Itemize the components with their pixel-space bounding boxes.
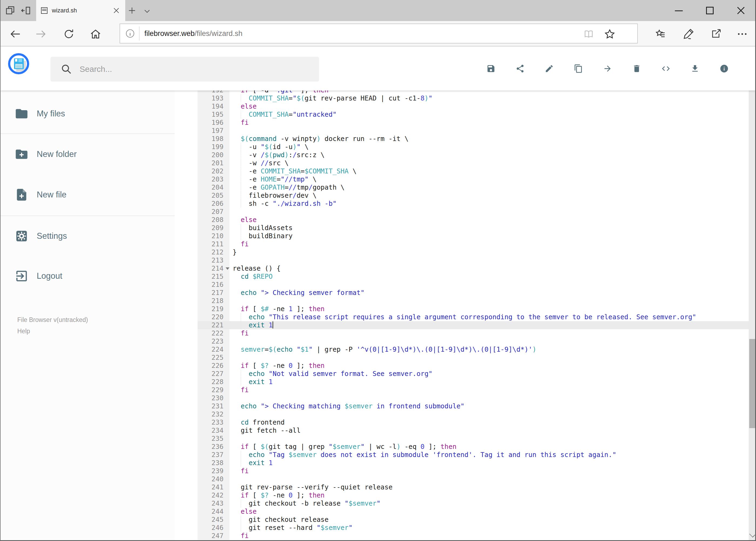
code-line[interactable]: 232 — [197, 410, 749, 418]
tab-wizard-sh[interactable]: wizard.sh — [36, 0, 125, 21]
code-line[interactable]: 240 — [197, 475, 749, 483]
code-line[interactable]: 225 — [197, 353, 749, 362]
code-line[interactable]: 192 if [ -d ".git" ]; then — [197, 91, 749, 94]
code-editor[interactable]: 192 if [ -d ".git" ]; then193 COMMIT_SHA… — [197, 91, 749, 540]
code-line[interactable]: 222 fi — [197, 329, 749, 337]
code-line[interactable]: 247 fi — [197, 532, 749, 540]
code-line[interactable]: 199 -u "$(id -u)" \ — [197, 143, 749, 151]
code-line[interactable]: 200 -v /$(pwd):/src:z \ — [197, 151, 749, 159]
code-line[interactable]: 193 COMMIT_SHA="$(git rev-parse HEAD | c… — [197, 94, 749, 102]
info-button[interactable] — [720, 64, 729, 73]
code-line[interactable]: 245 git checkout release — [197, 516, 749, 524]
add-favorite-star-icon[interactable] — [604, 28, 616, 40]
edit-button[interactable] — [545, 64, 554, 73]
new-tab-button[interactable] — [127, 6, 136, 15]
code-line[interactable]: 228 exit 1 — [197, 378, 749, 386]
scrollbar-thumb[interactable] — [749, 339, 755, 428]
code-line[interactable]: 211 fi — [197, 240, 749, 248]
move-button[interactable] — [603, 64, 612, 73]
code-line[interactable]: 219 if [ $# -ne 1 ]; then — [197, 305, 749, 313]
sidebar-item-my-files[interactable]: My files — [1, 94, 175, 134]
code-line[interactable]: 209 buildAssets — [197, 224, 749, 232]
back-button[interactable] — [9, 28, 21, 40]
copy-button[interactable] — [574, 64, 583, 73]
code-line[interactable]: 216 — [197, 280, 749, 289]
page-scrollbar[interactable] — [749, 46, 756, 540]
code-line[interactable]: 214release () { — [197, 265, 749, 272]
refresh-button[interactable] — [63, 28, 75, 40]
share-button[interactable] — [516, 64, 525, 73]
more-options-icon[interactable] — [736, 28, 748, 40]
code-line[interactable]: 226 if [ $? -ne 0 ]; then — [197, 362, 749, 370]
delete-button[interactable] — [632, 64, 641, 73]
code-line[interactable]: 231 echo "> Checking matching $semver in… — [197, 402, 749, 410]
code-line[interactable]: 202 -e COMMIT_SHA=$COMMIT_SHA \ — [197, 167, 749, 175]
code-line[interactable]: 224 semver=$(echo "$1" | grep -P '^v(0|[… — [197, 345, 749, 353]
code-line[interactable]: 236 if [ $(git tag | grep "$semver" | wc… — [197, 443, 749, 451]
fold-arrow-icon[interactable] — [226, 268, 229, 270]
favorites-hub-icon[interactable] — [655, 28, 667, 40]
search-box[interactable] — [51, 57, 319, 82]
code-line[interactable]: 212} — [197, 248, 749, 256]
help-link[interactable]: Help — [17, 325, 88, 337]
code-line[interactable]: 205 filebrowser/dev \ — [197, 192, 749, 200]
web-notes-pen-icon[interactable] — [683, 28, 695, 40]
code-line[interactable]: 218 — [197, 297, 749, 305]
search-input[interactable] — [79, 64, 296, 74]
code-line[interactable]: 223 — [197, 337, 749, 345]
code-line[interactable]: 217 echo "> Checking semver format" — [197, 289, 749, 297]
window-minimize-button[interactable] — [672, 4, 685, 17]
reading-view-icon[interactable] — [583, 29, 594, 39]
code-line[interactable]: 227 echo "Not valid semver format. See s… — [197, 370, 749, 378]
window-maximize-button[interactable] — [703, 4, 717, 17]
window-close-button[interactable] — [734, 4, 748, 17]
code-button[interactable] — [661, 64, 670, 73]
code-line[interactable]: 239 fi — [197, 467, 749, 475]
sidebar-item-settings[interactable]: Settings — [1, 216, 175, 256]
filebrowser-logo[interactable] — [8, 53, 29, 74]
tabs-preview-icon[interactable] — [5, 5, 16, 16]
code-line[interactable]: 210 buildBinary — [197, 232, 749, 240]
code-line[interactable]: 221 exit 1 — [197, 321, 749, 329]
code-line[interactable]: 242 if [ $? -ne 0 ]; then — [197, 491, 749, 499]
code-line[interactable]: 198 $(command -v winpty) docker run --rm… — [197, 135, 749, 143]
save-button[interactable] — [486, 64, 496, 73]
code-line[interactable]: 213 — [197, 256, 749, 265]
code-line[interactable]: 208 else — [197, 216, 749, 224]
code-line[interactable]: 204 -e GOPATH=//tmp/gopath \ — [197, 184, 749, 192]
code-line[interactable]: 234 git fetch --all — [197, 426, 749, 435]
code-line[interactable]: 235 — [197, 435, 749, 443]
sidebar-item-new-folder[interactable]: New folder — [1, 134, 175, 174]
code-line[interactable]: 233 cd frontend — [197, 418, 749, 426]
url-field[interactable]: filebrowser.web/files/wizard.sh — [120, 24, 638, 44]
code-line[interactable]: 195 COMMIT_SHA="untracked" — [197, 111, 749, 119]
code-line[interactable]: 203 -e HOME="//tmp" \ — [197, 175, 749, 184]
sidebar-item-logout[interactable]: Logout — [1, 256, 175, 296]
scroll-down-arrow-icon[interactable] — [749, 532, 755, 537]
set-aside-tabs-icon[interactable] — [21, 5, 31, 16]
share-page-icon[interactable] — [710, 28, 722, 40]
code-line[interactable]: 215 cd $REPO — [197, 272, 749, 280]
code-line[interactable]: 194 else — [197, 102, 749, 111]
sidebar-item-new-file[interactable]: New file — [1, 175, 175, 215]
code-line[interactable]: 207 — [197, 208, 749, 216]
code-line[interactable]: 230 — [197, 394, 749, 402]
tab-close-icon[interactable] — [112, 6, 121, 15]
forward-button[interactable] — [35, 28, 47, 40]
code-line[interactable]: 238 exit 1 — [197, 459, 749, 467]
tab-list-chevron-icon[interactable] — [143, 7, 151, 15]
code-line[interactable]: 237 echo "Tag $semver does not exist in … — [197, 451, 749, 459]
code-line[interactable]: 197 — [197, 127, 749, 135]
download-button[interactable] — [690, 64, 700, 73]
code-line[interactable]: 196 fi — [197, 119, 749, 127]
code-line[interactable]: 244 else — [197, 507, 749, 516]
code-line[interactable]: 246 git reset --hard "$semver" — [197, 524, 749, 532]
code-line[interactable]: 206 sh -c "./wizard.sh -b" — [197, 200, 749, 208]
code-line[interactable]: 243 git checkout -b release "$semver" — [197, 499, 749, 507]
home-button[interactable] — [90, 28, 102, 40]
code-line[interactable]: 201 -w //src \ — [197, 159, 749, 167]
code-line[interactable]: 241 git rev-parse --verify --quiet relea… — [197, 483, 749, 491]
code-line[interactable]: 229 fi — [197, 386, 749, 394]
site-info-icon[interactable] — [125, 28, 135, 39]
code-line[interactable]: 220 echo "This release script requires a… — [197, 313, 749, 321]
